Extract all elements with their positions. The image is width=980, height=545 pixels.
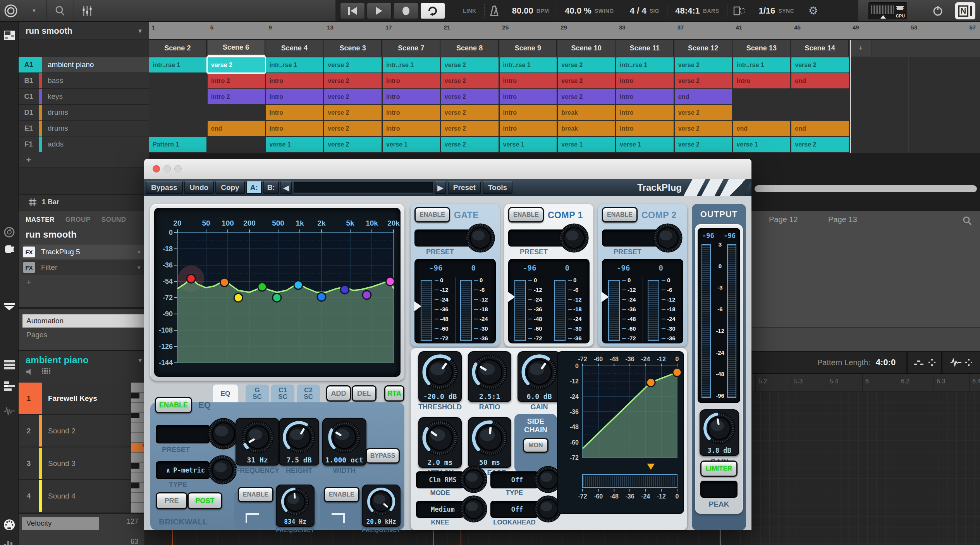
ideas-view-icon[interactable]	[3, 29, 15, 41]
pattern-cell[interactable]: intr..rse 1	[733, 57, 791, 72]
enable-button[interactable]: ENABLE	[414, 207, 450, 222]
preset-knob[interactable]	[559, 222, 590, 255]
pattern-cell[interactable]: intro	[500, 89, 557, 104]
pattern-cell[interactable]: verse 2	[324, 105, 382, 120]
selector-mode[interactable]: Cln RMS	[416, 471, 464, 488]
mixer-icon[interactable]	[77, 0, 97, 21]
sound-row[interactable]: 2Sound 2	[19, 415, 131, 447]
selector-type[interactable]: Off	[490, 471, 538, 488]
page-12-tab[interactable]: Page 12	[769, 215, 798, 224]
restart-button[interactable]	[340, 3, 365, 19]
preset-knob[interactable]	[652, 222, 683, 255]
pages-tab[interactable]: Pages	[26, 331, 149, 339]
pattern-cell[interactable]: verse 2	[324, 57, 382, 72]
piano-roll-strip[interactable]	[144, 530, 751, 545]
record-button[interactable]	[394, 3, 418, 19]
plugin-toolbar-b-button[interactable]: B:	[263, 181, 279, 194]
preset-display[interactable]	[602, 229, 660, 247]
track-header-row[interactable]: D1drums	[19, 105, 149, 121]
metronome-icon[interactable]	[485, 2, 504, 19]
pattern-cell[interactable]: intro	[383, 89, 440, 104]
comp-attack-knob[interactable]: 2.0 msATTACK	[418, 417, 462, 477]
eq-frequency-knob[interactable]: 31 HzFREQUENCY	[236, 418, 279, 475]
gate-threshold-slider[interactable]	[601, 291, 609, 302]
brickwall-enable-button[interactable]: ENABLE	[238, 487, 273, 502]
close-window-button[interactable]	[153, 165, 160, 172]
selector-knee[interactable]: Medium	[416, 501, 464, 518]
add-track-button[interactable]: +	[19, 152, 39, 167]
pattern-cell[interactable]: verse 2	[791, 137, 849, 152]
comp-ratio-knob[interactable]: 2.5:1RATIO	[468, 351, 511, 411]
scene-header[interactable]: Scene 11	[616, 40, 674, 56]
pattern-cell[interactable]: intr..rse 1	[616, 57, 674, 72]
comp-gain-knob[interactable]: 6.0 dBGAIN	[518, 351, 561, 411]
pattern-cell[interactable]: intro	[616, 121, 674, 136]
pattern-cell[interactable]: verse 1	[558, 137, 615, 152]
zoom-window-button[interactable]	[174, 165, 182, 172]
limiter-button[interactable]: LIMITER	[700, 460, 738, 477]
position-field[interactable]: 48:4:1BARS	[667, 0, 727, 21]
eq-enable-button[interactable]: ENABLE	[155, 397, 192, 413]
loop-button[interactable]	[420, 3, 445, 19]
prev-preset-icon[interactable]: ◀	[280, 181, 292, 194]
sync-field[interactable]: 1/16SYNC	[751, 0, 802, 21]
pattern-cell[interactable]: intro	[266, 89, 323, 104]
pattern-cell[interactable]: verse 2	[558, 57, 615, 72]
pattern-cell[interactable]: verse 2	[441, 137, 499, 152]
add-band-button[interactable]: ADD	[326, 385, 351, 402]
pattern-cell[interactable]: intro	[383, 121, 440, 136]
pattern-cell[interactable]: verse 2	[324, 73, 382, 88]
pattern-cell[interactable]: verse 2	[675, 121, 732, 136]
channel-icon[interactable]	[3, 226, 15, 238]
eq-preset-display[interactable]	[156, 425, 210, 443]
pattern-cell[interactable]: end	[791, 121, 849, 136]
pattern-cell[interactable]: intro	[383, 73, 440, 88]
step-editor-icon[interactable]	[3, 537, 15, 545]
plugin-toolbar-copy-button[interactable]: Copy	[215, 181, 245, 194]
play-button[interactable]	[367, 3, 392, 19]
pattern-cell[interactable]: Pattern 1	[149, 137, 206, 152]
tab-sound[interactable]: SOUND	[101, 216, 126, 224]
plugin-toolbar-a-button[interactable]: A:	[246, 181, 262, 194]
pattern-cell[interactable]: verse 2	[791, 57, 849, 72]
eq-type-knob[interactable]	[207, 454, 238, 487]
tab-master[interactable]: MASTER	[26, 216, 55, 224]
keyboard-view-icon[interactable]	[3, 359, 15, 371]
pattern-cell[interactable]: verse 2	[675, 57, 732, 72]
grid-resolution-bar[interactable]: 1 Bar	[19, 194, 149, 210]
scene-header[interactable]: Scene 13	[733, 40, 791, 56]
pattern-cell[interactable]: intro	[500, 105, 557, 120]
scene-header[interactable]: Scene 14	[791, 40, 849, 56]
plugin-toolbar-bypass-button[interactable]: Bypass	[146, 181, 183, 194]
preset-menu-button[interactable]: Preset	[448, 181, 481, 194]
track-header-row[interactable]: A1ambient piano	[19, 57, 149, 73]
power-icon[interactable]	[928, 0, 947, 21]
add-scene-button[interactable]: +	[850, 40, 872, 56]
pre-button[interactable]: PRE	[156, 492, 187, 509]
tools-menu-button[interactable]: Tools	[483, 181, 512, 194]
track-header-row[interactable]: E1drums	[19, 121, 149, 136]
eq-width-knob[interactable]: 1.000 octWIDTH	[322, 418, 366, 475]
selector-lookahead[interactable]: Off	[490, 501, 538, 518]
sound-row[interactable]: 3Sound 3	[19, 448, 131, 480]
gate-threshold-slider[interactable]	[414, 301, 421, 312]
piano-roll-icon[interactable]	[3, 380, 15, 392]
pattern-cell[interactable]: verse 2	[441, 73, 499, 88]
brickwall-freq-knob[interactable]: 20.0 kHzFREQUENCY	[362, 485, 401, 534]
pattern-cell[interactable]: verse 2	[208, 57, 265, 72]
project-caret-icon[interactable]: ▼	[137, 28, 143, 34]
pattern-cell[interactable]: intro	[500, 121, 557, 136]
pattern-cell[interactable]: verse 1	[500, 137, 557, 152]
tab-group[interactable]: GROUP	[65, 216, 91, 224]
sampler-waveform-icon[interactable]	[3, 405, 15, 417]
tab-gsc[interactable]: GSC	[246, 385, 269, 402]
track-header-row[interactable]: F1adds	[19, 136, 149, 152]
pattern-cell[interactable]: intro 2	[208, 89, 265, 104]
preset-knob[interactable]	[465, 222, 496, 255]
scene-header[interactable]: Scene 8	[441, 40, 499, 56]
scene-header[interactable]: Scene 3	[324, 40, 382, 56]
pattern-cell[interactable]: end	[208, 121, 265, 136]
velocity-parameter-chip[interactable]: Velocity	[22, 517, 99, 530]
page-13-tab[interactable]: Page 13	[828, 215, 857, 224]
pattern-cell[interactable]: verse 2	[441, 105, 499, 120]
